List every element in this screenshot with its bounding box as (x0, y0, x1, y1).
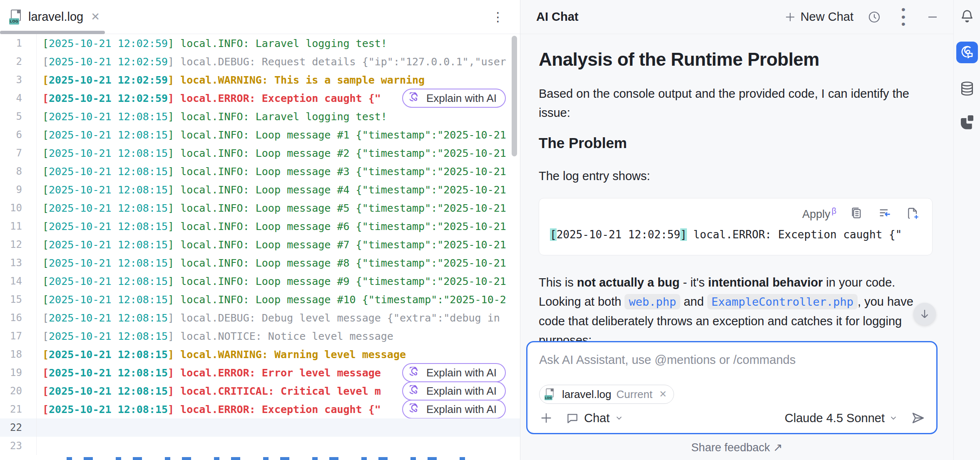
editor-vertical-scrollbar[interactable] (512, 36, 517, 156)
chevron-down-icon (614, 413, 624, 423)
ai-assistant-tool-button[interactable] (956, 42, 978, 63)
log-line: 22 (0, 418, 520, 437)
log-line: 21[2025-10-21 12:08:15] local.ERROR: Exc… (0, 400, 520, 418)
log-line: 8[2025-10-21 12:08:15] local.INFO: Loop … (0, 162, 520, 181)
chat-more-options-kebab-icon[interactable]: ••• (895, 9, 912, 25)
line-number: 16 (0, 309, 37, 327)
clock-icon (868, 10, 881, 24)
log-line-text: [2025-10-21 12:08:15] local.NOTICE: Noti… (37, 330, 393, 342)
ai-chat-title: AI Chat (536, 10, 579, 24)
line-number: 6 (0, 126, 37, 144)
line-number: 7 (0, 144, 37, 162)
code-snippet-card: Applyβ [2025-10-21 12:02:59] local.ERROR… (539, 198, 933, 255)
line-number: 8 (0, 162, 37, 181)
log-line: 11[2025-10-21 12:08:15] local.INFO: Loop… (0, 217, 520, 235)
notifications-button[interactable] (959, 8, 975, 24)
log-line: 16[2025-10-21 12:08:15] local.DEBUG: Deb… (0, 309, 520, 327)
ai-chat-message: Analysis of the Runtime Problem Based on… (520, 34, 953, 362)
line-number: 4 (0, 89, 37, 107)
line-number: 14 (0, 272, 37, 290)
chat-input-box[interactable]: Ask AI Assistant, use @mentions or /comm… (526, 341, 938, 434)
log-line-text: [2025-10-21 12:02:59] local.ERROR: Excep… (37, 92, 381, 104)
chat-history-button[interactable] (866, 9, 883, 25)
create-file-from-snippet-button[interactable] (905, 205, 921, 222)
log-line-text: [2025-10-21 12:08:15] local.WARNING: War… (37, 349, 406, 361)
log-line: 6[2025-10-21 12:08:15] local.INFO: Loop … (0, 126, 520, 144)
send-icon[interactable] (910, 411, 925, 425)
message-paragraph: The log entry shows: (539, 166, 933, 185)
plugin-tool-button[interactable] (959, 114, 975, 131)
chat-mode-select[interactable]: Chat (566, 411, 624, 425)
context-chip-laravel-log[interactable]: LOG laravel.log Current ✕ (539, 385, 674, 404)
log-line-text: [2025-10-21 12:08:15] local.INFO: Loop m… (37, 239, 506, 251)
line-number: 3 (0, 71, 37, 89)
beta-badge: β (831, 206, 836, 215)
ai-spiral-icon (410, 92, 421, 104)
log-line-text: [2025-10-21 12:08:15] local.INFO: Loop m… (37, 294, 506, 306)
editor-lines: 1[2025-10-21 12:02:59] local.INFO: Larav… (0, 34, 520, 455)
log-line-text: [2025-10-21 12:08:15] local.INFO: Larave… (37, 111, 387, 123)
log-line: 2[2025-10-21 12:02:59] local.DEBUG: Requ… (0, 52, 520, 71)
log-line-text: [2025-10-21 12:08:15] local.DEBUG: Debug… (37, 312, 500, 324)
line-number: 12 (0, 235, 37, 254)
line-number: 13 (0, 254, 37, 272)
ai-chat-header-actions: New Chat ••• (784, 9, 941, 25)
editor-content[interactable]: 1[2025-10-21 12:02:59] local.INFO: Larav… (0, 34, 520, 460)
code-card-toolbar: Applyβ (550, 205, 921, 222)
tab-close-icon[interactable]: ✕ (91, 10, 100, 23)
explain-with-ai-button[interactable]: Explain with AI (402, 363, 506, 382)
model-select[interactable]: Claude 4.5 Sonnet (785, 411, 898, 425)
apply-button[interactable]: Applyβ (802, 206, 836, 221)
chevron-down-icon (889, 413, 898, 423)
editor-options-kebab-icon[interactable]: ⋮ (492, 11, 504, 23)
plus-icon (784, 11, 796, 23)
hide-panel-button[interactable] (924, 9, 941, 25)
tab-laravel-log[interactable]: LOG laravel.log ✕ (0, 0, 110, 34)
new-chat-button[interactable]: New Chat (784, 10, 853, 24)
explain-with-ai-button[interactable]: Explain with AI (402, 400, 506, 419)
minus-icon (926, 11, 939, 23)
log-file-icon: LOG (9, 10, 22, 25)
line-number: 18 (0, 345, 37, 364)
log-line-text: [2025-10-21 12:08:15] local.INFO: Loop m… (37, 184, 506, 196)
explain-with-ai-button[interactable]: Explain with AI (402, 89, 506, 108)
log-file-icon: LOG (545, 388, 554, 400)
insert-at-caret-button[interactable] (876, 205, 893, 222)
file-reference-link[interactable]: ExampleController.php (707, 294, 858, 309)
chat-bubble-icon (566, 411, 579, 425)
log-line-text: [2025-10-21 12:08:15] local.CRITICAL: Cr… (37, 385, 381, 397)
chat-input-toolbar: Chat Claude 4.5 Sonnet (539, 411, 925, 425)
log-line: 4[2025-10-21 12:02:59] local.ERROR: Exce… (0, 89, 520, 107)
database-tool-button[interactable] (959, 81, 975, 96)
log-line: 17[2025-10-21 12:08:15] local.NOTICE: No… (0, 327, 520, 345)
scroll-to-bottom-button[interactable] (913, 303, 936, 325)
log-line: 15[2025-10-21 12:08:15] local.INFO: Loop… (0, 290, 520, 309)
editor-pane: LOG laravel.log ✕ ⋮ 1[2025-10-21 12:02:5… (0, 0, 520, 460)
add-context-plus-icon[interactable] (539, 411, 553, 425)
log-line-text: [2025-10-21 12:08:15] local.INFO: Loop m… (37, 129, 506, 141)
file-reference-link[interactable]: web.php (624, 294, 680, 309)
line-number: 11 (0, 217, 37, 235)
log-line-text: [2025-10-21 12:08:15] local.INFO: Loop m… (37, 147, 506, 159)
log-line-text: [2025-10-21 12:02:59] local.INFO: Larave… (37, 37, 387, 49)
chip-close-icon[interactable]: ✕ (659, 389, 667, 400)
explain-with-ai-button[interactable]: Explain with AI (402, 381, 506, 401)
message-paragraph-rich: This is not actually a bug - it's intent… (539, 273, 933, 350)
share-feedback-link[interactable]: Share feedback ↗ (520, 441, 953, 454)
log-line: 1[2025-10-21 12:02:59] local.INFO: Larav… (0, 34, 520, 52)
log-line: 10[2025-10-21 12:08:15] local.INFO: Loop… (0, 199, 520, 217)
plugin-icon (959, 114, 975, 131)
ai-spiral-icon (410, 367, 421, 378)
log-line-text: [2025-10-21 12:08:15] local.INFO: Loop m… (37, 257, 506, 269)
log-line: 13[2025-10-21 12:08:15] local.INFO: Loop… (0, 254, 520, 272)
log-line: 9[2025-10-21 12:08:15] local.INFO: Loop … (0, 181, 520, 199)
line-number: 2 (0, 52, 37, 71)
ide-window: LOG laravel.log ✕ ⋮ 1[2025-10-21 12:02:5… (0, 0, 980, 460)
log-line-text: [2025-10-21 12:02:59] local.WARNING: Thi… (37, 74, 425, 86)
message-heading: Analysis of the Runtime Problem (539, 49, 933, 70)
copy-code-button[interactable] (848, 205, 865, 222)
line-number: 5 (0, 107, 37, 126)
ai-spiral-icon (410, 403, 421, 415)
chat-input-placeholder: Ask AI Assistant, use @mentions or /comm… (539, 353, 925, 367)
line-number: 22 (0, 418, 37, 437)
